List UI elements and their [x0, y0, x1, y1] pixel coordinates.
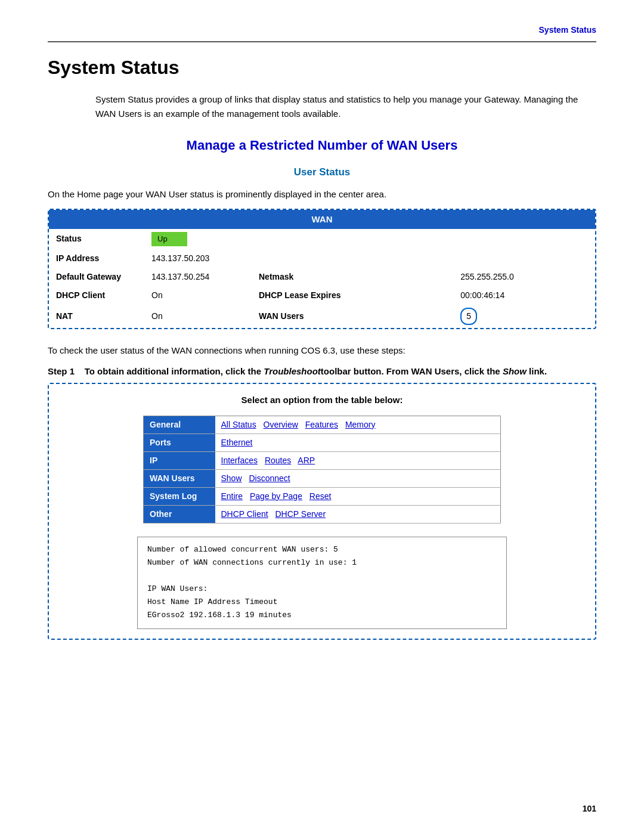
info-line-2: Number of WAN connections currently in u…	[147, 556, 497, 569]
user-status-text: On the Home page your WAN User status is…	[48, 187, 596, 202]
status-value: Up	[144, 229, 252, 249]
ethernet-link[interactable]: Ethernet	[221, 438, 253, 447]
empty-cell4	[453, 249, 595, 268]
wan-table: WAN Status Up IP Address 143.137.50.203 …	[49, 210, 595, 328]
gateway-label: Default Gateway	[49, 268, 144, 286]
cat-other: Other	[144, 505, 215, 523]
reset-link[interactable]: Reset	[309, 491, 332, 501]
header-title: System Status	[539, 25, 596, 35]
cat-wan-users: WAN Users	[144, 469, 215, 487]
arp-link[interactable]: ARP	[298, 456, 315, 465]
entire-link[interactable]: Entire	[221, 491, 243, 501]
table-row: NAT On WAN Users 5	[49, 305, 595, 328]
troubleshoot-title: Select an option from the table below:	[63, 394, 581, 407]
table-row: Status Up	[49, 229, 595, 249]
cat-general: General	[144, 416, 215, 433]
step-text-mid: toolbar button. From WAN Users, click th…	[321, 366, 503, 376]
wan-users-highlight: 5	[460, 308, 477, 325]
step-number: Step 1	[48, 366, 75, 376]
wan-header-cell: WAN	[49, 210, 595, 230]
table-row: Ports Ethernet	[144, 433, 501, 451]
empty-cell3	[252, 249, 453, 268]
memory-link[interactable]: Memory	[345, 420, 376, 429]
show-link: Show	[503, 366, 527, 376]
wan-users-links: Show Disconnect	[215, 469, 501, 487]
dhcp-client-link[interactable]: DHCP Client	[221, 509, 268, 519]
table-row: IP Address 143.137.50.203	[49, 249, 595, 268]
dhcp-label: DHCP Client	[49, 286, 144, 305]
table-row: Default Gateway 143.137.50.254 Netmask 2…	[49, 268, 595, 286]
netmask-value: 255.255.255.0	[453, 268, 595, 286]
subsection-heading: User Status	[48, 165, 596, 180]
step-text-before: To obtain additional information, click …	[85, 366, 264, 376]
gateway-value: 143.137.50.254	[144, 268, 252, 286]
netmask-label: Netmask	[252, 268, 453, 286]
page-number: 101	[583, 803, 596, 815]
system-log-links: Entire Page by Page Reset	[215, 487, 501, 505]
section-heading: Manage a Restricted Number of WAN Users	[48, 135, 596, 155]
intro-text: System Status provides a group of links …	[95, 92, 596, 121]
info-box: Number of allowed concurrent WAN users: …	[137, 537, 507, 629]
ports-links: Ethernet	[215, 433, 501, 451]
other-links: DHCP Client DHCP Server	[215, 505, 501, 523]
troubleshoot-table: General All Status Overview Features Mem…	[143, 416, 501, 524]
step-1-block: Step 1 To obtain additional information,…	[48, 365, 596, 640]
ip-links: Interfaces Routes ARP	[215, 451, 501, 469]
info-line-5: EGrosso2 192.168.1.3 19 minutes	[147, 609, 497, 622]
troubleshoot-link: Troubleshoot	[264, 366, 321, 376]
nat-value: On	[144, 305, 252, 328]
page-by-page-link[interactable]: Page by Page	[250, 491, 302, 501]
empty-cell	[252, 229, 453, 249]
cat-ip: IP	[144, 451, 215, 469]
routes-link[interactable]: Routes	[265, 456, 291, 465]
table-row: General All Status Overview Features Mem…	[144, 416, 501, 433]
dhcp-value: On	[144, 286, 252, 305]
wan-users-label: WAN Users	[252, 305, 453, 328]
all-status-link[interactable]: All Status	[221, 420, 256, 429]
check-text: To check the user status of the WAN conn…	[48, 343, 596, 358]
overview-link[interactable]: Overview	[264, 420, 298, 429]
top-divider	[48, 41, 596, 42]
info-line-3: IP WAN Users:	[147, 583, 497, 596]
ip-label: IP Address	[49, 249, 144, 268]
interfaces-link[interactable]: Interfaces	[221, 456, 258, 465]
wan-status-box: WAN Status Up IP Address 143.137.50.203 …	[48, 209, 596, 329]
wan-table-header: WAN	[49, 210, 595, 230]
cat-ports: Ports	[144, 433, 215, 451]
page-container: System Status System Status System Statu…	[0, 0, 644, 833]
ip-value: 143.137.50.203	[144, 249, 252, 268]
nat-label: NAT	[49, 305, 144, 328]
table-row: DHCP Client On DHCP Lease Expires 00:00:…	[49, 286, 595, 305]
disconnect-link[interactable]: Disconnect	[249, 473, 290, 483]
general-links: All Status Overview Features Memory	[215, 416, 501, 433]
wan-users-value: 5	[453, 305, 595, 328]
dhcp-lease-value: 00:00:46:14	[453, 286, 595, 305]
show-link[interactable]: Show	[221, 473, 242, 483]
troubleshoot-box: Select an option from the table below: G…	[48, 383, 596, 640]
table-row: System Log Entire Page by Page Reset	[144, 487, 501, 505]
info-line-1: Number of allowed concurrent WAN users: …	[147, 543, 497, 556]
status-label: Status	[49, 229, 144, 249]
table-row: WAN Users Show Disconnect	[144, 469, 501, 487]
status-up-badge: Up	[151, 232, 187, 246]
dhcp-lease-label: DHCP Lease Expires	[252, 286, 453, 305]
info-line-4: Host Name IP Address Timeout	[147, 596, 497, 609]
table-row: IP Interfaces Routes ARP	[144, 451, 501, 469]
top-right-header: System Status	[48, 24, 596, 36]
dhcp-server-link[interactable]: DHCP Server	[275, 509, 326, 519]
page-title: System Status	[48, 53, 596, 82]
table-row: Other DHCP Client DHCP Server	[144, 505, 501, 523]
step-text-end: link.	[527, 366, 547, 376]
step-1-label: Step 1 To obtain additional information,…	[48, 365, 596, 379]
empty-cell2	[453, 229, 595, 249]
features-link[interactable]: Features	[305, 420, 338, 429]
cat-system-log: System Log	[144, 487, 215, 505]
